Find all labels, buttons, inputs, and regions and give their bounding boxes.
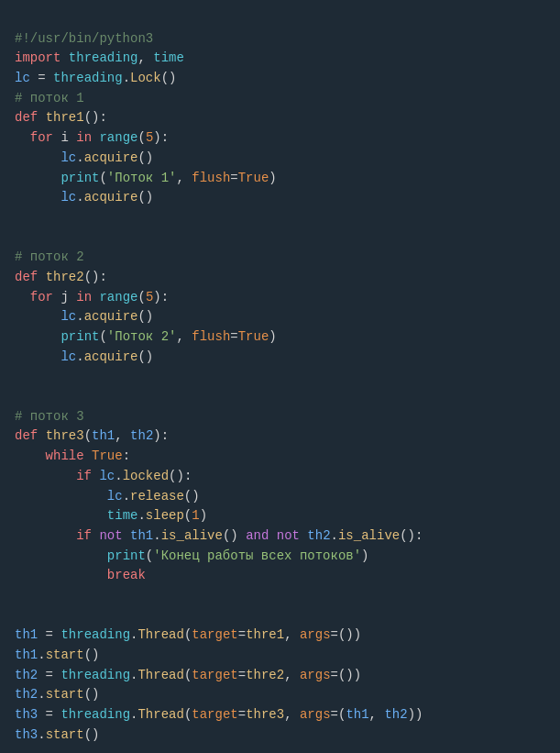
import-keyword: import bbox=[15, 50, 60, 65]
code-editor: #!/usr/bin/python3 import threading, tim… bbox=[15, 9, 545, 745]
shebang-line: #!/usr/bin/python3 bbox=[15, 31, 153, 46]
